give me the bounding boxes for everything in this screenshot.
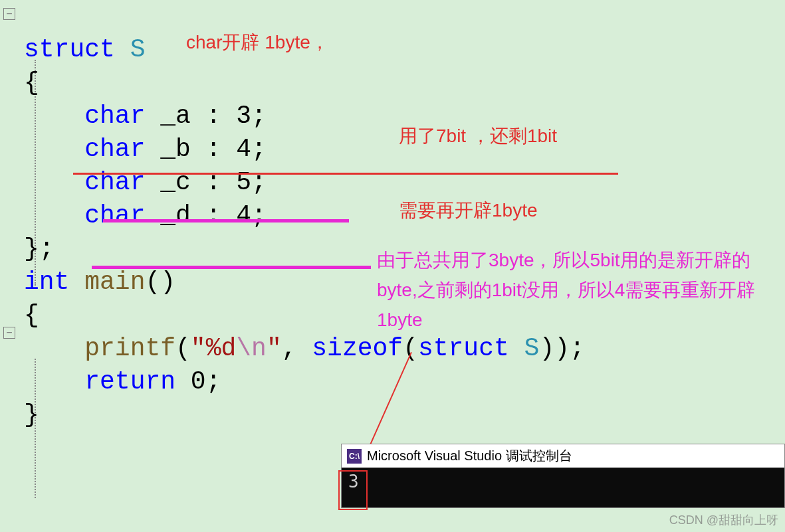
code-line: char _d : 4;: [24, 201, 267, 230]
code-line: return 0;: [24, 367, 221, 396]
code-line: int main(): [24, 268, 175, 296]
underline: [73, 173, 618, 175]
code-line: {: [24, 301, 39, 329]
annotation: 由于总共用了3byte，所以5bit用的是新开辟的byte,之前剩的1bit没用…: [377, 246, 776, 335]
annotation: 需要再开辟1byte: [399, 196, 538, 226]
console-titlebar: C:\ Microsoft Visual Studio 调试控制台: [342, 444, 784, 468]
code-line: }: [24, 400, 39, 429]
gutter: − −: [0, 0, 24, 532]
console-icon: C:\: [347, 449, 362, 464]
console-output: 3: [342, 468, 784, 507]
console-window: C:\ Microsoft Visual Studio 调试控制台 3: [341, 444, 785, 508]
console-title: Microsoft Visual Studio 调试控制台: [367, 447, 572, 465]
fold-icon[interactable]: −: [3, 327, 15, 339]
fold-icon[interactable]: −: [3, 8, 15, 20]
code-line: };: [24, 234, 55, 263]
code-line: {: [24, 68, 39, 97]
annotation: char开辟 1byte，: [186, 28, 329, 58]
underline: [103, 219, 349, 222]
watermark: CSDN @甜甜向上呀: [669, 512, 778, 528]
code-line: char _a : 3;: [24, 102, 267, 130]
code-line: printf("%d\n", sizeof(struct S));: [24, 334, 585, 363]
underline: [92, 266, 371, 269]
annotation: 用了7bit ，还剩1bit: [399, 122, 557, 151]
code-line: struct S: [24, 35, 145, 64]
code-line: char _b : 4;: [24, 135, 267, 163]
